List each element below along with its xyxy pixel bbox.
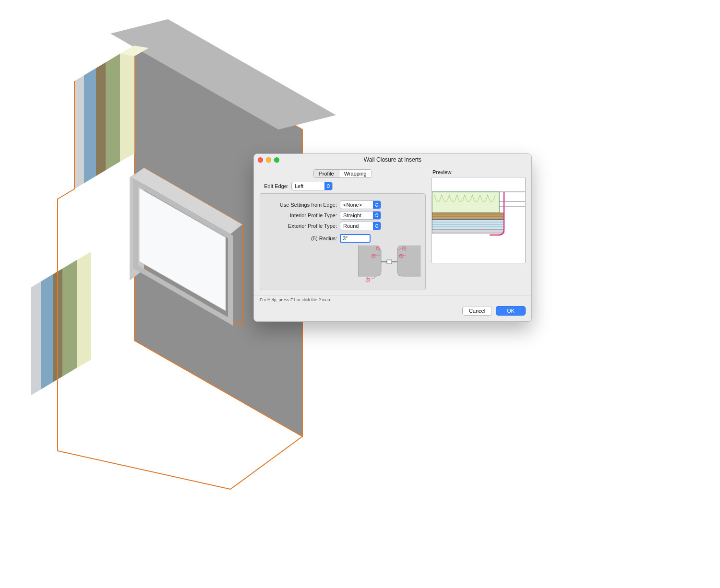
svg-marker-8: [77, 252, 91, 368]
svg-rect-19: [387, 260, 392, 264]
svg-marker-3: [106, 54, 120, 170]
dialog-left-panel: Profile Wrapping Edit Edge: Left Use Set…: [260, 169, 426, 290]
profile-settings-group: Use Settings from Edge: <None> Interior …: [260, 193, 426, 290]
interior-profile-select[interactable]: Straight: [340, 211, 381, 220]
chevron-updown-icon: [324, 182, 332, 190]
chevron-updown-icon: [373, 201, 381, 209]
use-settings-value: <None>: [340, 202, 373, 208]
preview-box: [432, 177, 526, 263]
dialog-button-bar: Cancel OK: [254, 303, 531, 321]
interior-profile-value: Straight: [340, 212, 373, 218]
window-controls: [258, 157, 279, 163]
svg-marker-4: [96, 62, 106, 176]
interior-profile-label: Interior Profile Type:: [265, 212, 337, 218]
profile-diagram: 1 2 3 4 5: [265, 246, 420, 284]
use-settings-label: Use Settings from Edge:: [265, 202, 337, 208]
cancel-button[interactable]: Cancel: [462, 306, 492, 316]
exterior-profile-select[interactable]: Round: [340, 222, 381, 230]
exterior-profile-value: Round: [340, 223, 373, 229]
edit-edge-value: Left: [292, 183, 324, 189]
svg-rect-33: [432, 229, 504, 233]
minimize-icon[interactable]: [266, 157, 271, 163]
svg-marker-6: [74, 75, 84, 189]
radius-input[interactable]: [340, 234, 371, 243]
chevron-updown-icon: [373, 222, 381, 230]
dialog-titlebar: Wall Closure at Inserts: [254, 154, 531, 165]
svg-marker-11: [41, 274, 53, 389]
svg-marker-12: [31, 282, 41, 395]
tab-group: Profile Wrapping: [313, 169, 372, 178]
edit-edge-label: Edit Edge:: [260, 183, 288, 189]
ok-button[interactable]: OK: [496, 306, 526, 316]
svg-rect-26: [432, 213, 504, 220]
svg-marker-9: [62, 260, 77, 376]
wall-closure-dialog: Wall Closure at Inserts Profile Wrapping…: [253, 153, 532, 322]
tab-wrapping[interactable]: Wrapping: [339, 170, 372, 177]
close-icon[interactable]: [258, 157, 263, 163]
zoom-icon[interactable]: [274, 157, 279, 163]
tab-profile[interactable]: Profile: [314, 170, 338, 177]
chevron-updown-icon: [373, 212, 381, 219]
radius-label: (5) Radius:: [279, 235, 337, 241]
svg-rect-25: [432, 192, 499, 213]
dialog-title: Wall Closure at Inserts: [254, 156, 531, 163]
exterior-profile-label: Exterior Profile Type:: [265, 223, 337, 229]
edit-edge-select[interactable]: Left: [291, 182, 333, 190]
help-text: For Help, press F1 or click the ? icon.: [254, 295, 531, 303]
preview-panel: Preview:: [432, 169, 526, 290]
svg-marker-2: [120, 46, 134, 162]
svg-marker-5: [84, 68, 96, 183]
diagram-marker: 5: [367, 279, 369, 282]
use-settings-select[interactable]: <None>: [340, 200, 381, 209]
preview-label: Preview:: [432, 169, 526, 175]
